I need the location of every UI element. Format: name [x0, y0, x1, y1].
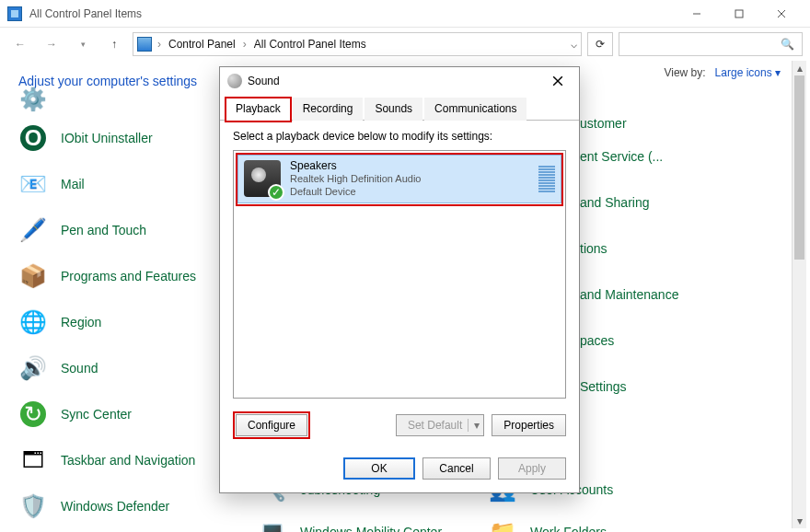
playback-device-list[interactable]: ✓ Speakers Realtek High Definition Audio…: [233, 150, 566, 399]
sync-icon: ↻: [18, 399, 48, 429]
dialog-title: Sound: [248, 75, 280, 87]
address-dropdown-icon[interactable]: ⌵: [571, 38, 577, 51]
navigation-bar: ← → ▾ ↑ › Control Panel › All Control Pa…: [0, 28, 810, 61]
cp-items-right: ustomer ent Service (... and Sharing tio…: [580, 109, 810, 401]
tab-communications[interactable]: Communications: [424, 98, 526, 121]
breadcrumb-root[interactable]: Control Panel: [167, 38, 237, 51]
chevron-right-icon: ›: [157, 38, 161, 51]
cp-item[interactable]: ⚙️: [18, 92, 249, 107]
cp-item-programs[interactable]: 📦Programs and Features: [18, 261, 249, 291]
chevron-down-icon: ▾: [775, 66, 781, 79]
breadcrumb-leaf[interactable]: All Control Panel Items: [252, 38, 368, 51]
cp-item-region[interactable]: 🌐Region: [18, 307, 249, 337]
cancel-button[interactable]: Cancel: [422, 457, 491, 480]
cp-item-sync[interactable]: ↻Sync Center: [18, 399, 249, 429]
configure-button[interactable]: Configure: [236, 414, 307, 436]
programs-icon: 📦: [18, 261, 48, 291]
level-meter-icon: [538, 166, 555, 192]
device-driver: Realtek High Definition Audio: [290, 173, 421, 186]
iobit-icon: O: [18, 123, 48, 153]
sound-dialog-icon: [227, 74, 242, 88]
cp-item[interactable]: ustomer: [580, 109, 810, 138]
window-titlebar: All Control Panel Items: [0, 0, 810, 28]
mobility-icon: 💻: [258, 517, 287, 532]
cp-item-sound[interactable]: 🔊Sound: [18, 353, 249, 383]
dialog-close-button[interactable]: [544, 70, 572, 92]
dialog-instruction: Select a playback device below to modify…: [233, 130, 566, 143]
window-title: All Control Panel Items: [29, 7, 142, 20]
up-button[interactable]: ↑: [101, 31, 127, 57]
taskbar-icon: 🗔: [18, 445, 48, 475]
device-status: Default Device: [290, 186, 421, 199]
dialog-titlebar[interactable]: Sound: [220, 67, 579, 95]
mail-icon: 📧: [18, 169, 48, 199]
scrollbar-thumb[interactable]: [794, 75, 804, 260]
highlight-configure: Configure: [233, 411, 310, 439]
scroll-down-icon[interactable]: ▾: [793, 514, 806, 528]
generic-icon: ⚙️: [18, 85, 48, 114]
view-by: View by: Large icons ▾: [664, 66, 781, 79]
svg-rect-1: [735, 10, 743, 17]
tab-playback[interactable]: Playback: [226, 98, 291, 121]
cp-item[interactable]: tions: [580, 234, 810, 263]
dialog-footer: OK Cancel Apply: [220, 450, 579, 492]
cp-item-mail[interactable]: 📧Mail: [18, 169, 249, 199]
cp-items-left: ⚙️ OIObit Uninstaller 📧Mail 🖊️Pen and To…: [18, 110, 249, 521]
ok-button[interactable]: OK: [343, 457, 415, 480]
chevron-right-icon: ›: [243, 38, 247, 51]
view-by-mode[interactable]: Large icons ▾: [715, 66, 781, 79]
sound-dialog: Sound Playback Recording Sounds Communic…: [219, 66, 580, 493]
cp-item-pen[interactable]: 🖊️Pen and Touch: [18, 215, 249, 245]
properties-button[interactable]: Properties: [492, 414, 566, 436]
set-default-button[interactable]: Set Default ▾: [396, 414, 484, 436]
cp-item-defender[interactable]: 🛡️Windows Defender: [18, 492, 249, 521]
chevron-down-icon[interactable]: ▾: [468, 419, 480, 432]
device-speakers[interactable]: ✓ Speakers Realtek High Definition Audio…: [237, 155, 561, 203]
pen-icon: 🖊️: [18, 215, 48, 245]
cp-item[interactable]: ent Service (...: [580, 142, 810, 171]
cp-item[interactable]: and Sharing: [580, 188, 810, 217]
vertical-scrollbar[interactable]: ▴ ▾: [792, 61, 806, 528]
cp-item-iobit[interactable]: OIObit Uninstaller: [18, 123, 249, 153]
defender-icon: 🛡️: [18, 492, 48, 521]
control-panel-icon: [137, 37, 152, 52]
cp-item-workfolders[interactable]: 📁Work Folders: [488, 517, 607, 532]
check-icon: ✓: [268, 184, 284, 201]
scroll-up-icon[interactable]: ▴: [793, 61, 806, 75]
apply-button[interactable]: Apply: [498, 457, 566, 480]
dialog-tabs: Playback Recording Sounds Communications: [220, 97, 579, 121]
cp-item[interactable]: Settings: [580, 372, 810, 401]
search-icon: 🔍: [781, 38, 794, 51]
cp-item-taskbar[interactable]: 🗔Taskbar and Navigation: [18, 445, 249, 475]
sound-icon: 🔊: [18, 353, 48, 383]
maximize-button[interactable]: [718, 0, 760, 28]
recent-locations-button[interactable]: ▾: [70, 31, 96, 57]
back-button[interactable]: ←: [7, 31, 33, 57]
tab-recording[interactable]: Recording: [293, 98, 364, 121]
cp-item[interactable]: and Maintenance: [580, 280, 810, 309]
device-name: Speakers: [290, 159, 421, 173]
cp-item-mobility[interactable]: 💻Windows Mobility Center: [258, 517, 442, 532]
search-input[interactable]: 🔍: [619, 32, 803, 56]
forward-button[interactable]: →: [39, 31, 64, 57]
cp-item[interactable]: paces: [580, 326, 810, 355]
address-bar[interactable]: › Control Panel › All Control Panel Item…: [133, 32, 582, 56]
control-panel-icon: [7, 6, 22, 21]
folder-icon: 📁: [488, 517, 517, 532]
region-icon: 🌐: [18, 307, 48, 337]
refresh-button[interactable]: ⟳: [587, 32, 613, 56]
speaker-icon: ✓: [244, 160, 281, 197]
tab-sounds[interactable]: Sounds: [364, 98, 422, 121]
close-button[interactable]: [760, 0, 803, 28]
minimize-button[interactable]: [676, 0, 718, 28]
